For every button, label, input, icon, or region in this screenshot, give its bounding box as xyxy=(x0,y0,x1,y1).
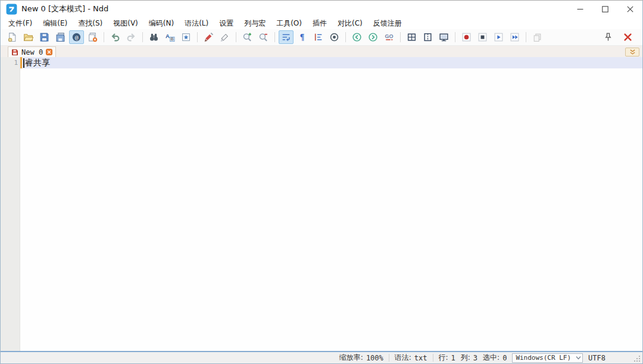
status-separator xyxy=(389,354,389,362)
tab-close-icon[interactable] xyxy=(46,49,52,55)
word-wrap-icon[interactable] xyxy=(279,30,294,44)
status-line-value: 1 xyxy=(451,354,455,362)
close-toolbar-icon[interactable] xyxy=(620,30,635,44)
menu-item[interactable]: 设置 xyxy=(214,17,239,30)
save-all-icon[interactable] xyxy=(53,30,68,44)
menu-item[interactable]: 反馈注册 xyxy=(368,17,407,30)
copy-disabled-icon[interactable] xyxy=(530,30,545,44)
focus-mode-icon[interactable] xyxy=(327,30,342,44)
status-column-label: 列: xyxy=(461,353,470,363)
app-window: New 0 [文本模式] - Ndd 文件(F)编辑(E)查找(S)视图(V)编… xyxy=(0,0,643,364)
indent-guide-icon[interactable] xyxy=(311,30,326,44)
unsaved-changes-icon xyxy=(11,49,18,56)
tab-label: New 0 xyxy=(21,48,43,57)
stop-macro-icon[interactable] xyxy=(475,30,490,44)
toolbar-separator xyxy=(104,32,104,42)
toolbar: @AB¶GO xyxy=(1,29,642,46)
clear-marker-icon[interactable] xyxy=(217,30,232,44)
fullscreen-icon[interactable] xyxy=(436,30,451,44)
text-caret xyxy=(23,58,24,68)
find-icon[interactable] xyxy=(146,30,161,44)
pin-toolbar-icon[interactable] xyxy=(601,30,616,44)
status-bar: 缩放率: 100% 语法: txt 行: 1 列: 3 选中: 0 Window… xyxy=(1,351,642,363)
menu-item[interactable]: 视图(V) xyxy=(108,17,143,30)
status-encoding: UTF8 xyxy=(588,354,605,362)
menu-item[interactable]: 查找(S) xyxy=(73,17,108,30)
undo-icon[interactable] xyxy=(108,30,123,44)
zoom-in-icon[interactable] xyxy=(240,30,255,44)
toolbar-buttons: @AB¶GO xyxy=(4,30,545,44)
encoding-value: UTF8 xyxy=(588,354,605,362)
menu-bar: 文件(F)编辑(E)查找(S)视图(V)编码(N)语法(L)设置列与宏工具(O)… xyxy=(1,17,642,29)
svg-text:GO: GO xyxy=(385,33,393,39)
line-number: 1 xyxy=(1,59,18,67)
play-macro-icon[interactable] xyxy=(491,30,506,44)
toolbar-separator xyxy=(236,32,236,42)
svg-text:@: @ xyxy=(75,34,79,40)
menu-item[interactable]: 插件 xyxy=(307,17,332,30)
menu-item[interactable]: 文件(F) xyxy=(3,17,38,30)
close-button[interactable] xyxy=(617,1,642,17)
auto-save-icon[interactable]: @ xyxy=(69,30,84,44)
zoom-out-icon[interactable] xyxy=(256,30,271,44)
menu-item[interactable]: 编辑(E) xyxy=(38,17,73,30)
maximize-button[interactable] xyxy=(592,1,617,17)
line-number-gutter xyxy=(1,57,20,351)
toolbar-separator xyxy=(526,32,526,42)
status-syntax: 语法: txt xyxy=(395,353,427,363)
redo-icon[interactable] xyxy=(124,30,139,44)
highlight-marker-icon[interactable] xyxy=(201,30,216,44)
editor-text: 睿共享 xyxy=(25,58,50,68)
status-syntax-value: txt xyxy=(414,354,427,362)
close-document-icon[interactable] xyxy=(85,30,100,44)
tab-list-dropdown-button[interactable] xyxy=(625,48,639,57)
save-icon[interactable] xyxy=(37,30,52,44)
nav-forward-icon[interactable] xyxy=(366,30,380,44)
toolbar-separator xyxy=(400,32,401,42)
toolbar-separator xyxy=(455,32,455,42)
tab-new-0[interactable]: New 0 xyxy=(8,46,56,57)
status-selection-value: 0 xyxy=(502,354,507,362)
minimize-button[interactable] xyxy=(567,1,592,17)
grid-view-icon[interactable] xyxy=(404,30,419,44)
status-zoom-label: 缩放率: xyxy=(339,353,363,363)
status-syntax-label: 语法: xyxy=(395,353,411,363)
eol-format-dropdown[interactable]: Windows(CR LF) xyxy=(512,353,583,363)
nav-back-icon[interactable] xyxy=(349,30,364,44)
mark-icon[interactable] xyxy=(179,30,193,44)
resize-grip[interactable] xyxy=(633,355,641,362)
status-zoom-value: 100% xyxy=(366,354,383,362)
window-controls xyxy=(567,1,642,17)
toolbar-separator xyxy=(345,32,346,42)
status-column-value: 3 xyxy=(473,354,477,362)
show-symbols-icon[interactable]: ¶ xyxy=(295,30,310,44)
menu-item[interactable]: 列与宏 xyxy=(239,17,271,30)
editor-area[interactable]: 1 睿共享 xyxy=(1,57,642,351)
menu-item[interactable]: 语法(L) xyxy=(179,17,214,30)
current-line-highlight xyxy=(22,57,642,68)
editor-line: 1 睿共享 xyxy=(1,57,642,68)
app-logo-icon xyxy=(6,4,17,15)
new-file-icon[interactable] xyxy=(5,30,20,44)
toolbar-right xyxy=(598,30,642,44)
record-macro-icon[interactable] xyxy=(459,30,474,44)
split-view-icon[interactable] xyxy=(420,30,435,44)
svg-text:B: B xyxy=(171,36,174,42)
chevron-down-icon xyxy=(571,356,581,360)
svg-text:¶: ¶ xyxy=(300,33,304,42)
menu-item[interactable]: 工具(O) xyxy=(271,17,307,30)
modified-line-marker xyxy=(20,57,22,68)
menu-item[interactable]: 对比(C) xyxy=(332,17,368,30)
toolbar-separator xyxy=(142,32,143,42)
status-separator xyxy=(433,354,433,362)
menu-item[interactable]: 编码(N) xyxy=(143,17,179,30)
eol-format-value: Windows(CR LF) xyxy=(516,354,571,362)
status-cursor-position: 行: 1 列: 3 选中: 0 xyxy=(439,353,507,363)
svg-text:A: A xyxy=(166,33,170,39)
title-bar: New 0 [文本模式] - Ndd xyxy=(1,1,642,17)
replace-icon[interactable]: AB xyxy=(163,30,177,44)
goto-line-icon[interactable]: GO xyxy=(382,30,397,44)
open-file-icon[interactable] xyxy=(21,30,36,44)
play-macro-multi-icon[interactable] xyxy=(507,30,522,44)
status-zoom: 缩放率: 100% xyxy=(339,353,383,363)
